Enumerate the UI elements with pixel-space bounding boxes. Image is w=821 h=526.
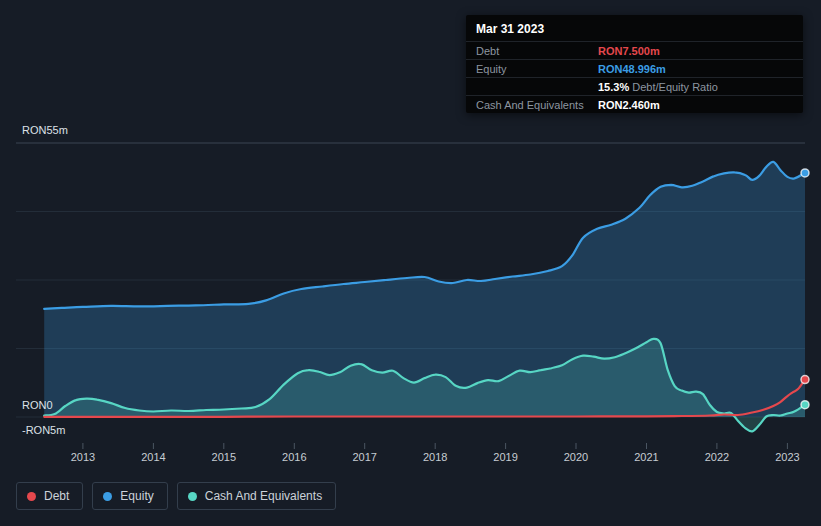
x-axis-tick-label: 2020: [564, 451, 588, 463]
equity-legend-dot-icon: [103, 492, 112, 501]
x-axis-tick-label: 2017: [352, 451, 376, 463]
tooltip-ratio-value: 15.3% Debt/Equity Ratio: [598, 81, 718, 93]
tooltip-row-ratio: 15.3% Debt/Equity Ratio: [466, 77, 803, 95]
tooltip-ratio-label: Debt/Equity Ratio: [629, 81, 718, 93]
x-axis-tick-label: 2013: [71, 451, 95, 463]
tooltip-cash-value: RON2.460m: [598, 99, 660, 111]
legend-label-equity: Equity: [120, 489, 153, 503]
cash-legend-dot-icon: [188, 492, 197, 501]
tooltip-row-debt: Debt RON7.500m: [466, 41, 803, 59]
legend: Debt Equity Cash And Equivalents: [16, 482, 336, 510]
x-axis-tick-label: 2019: [493, 451, 517, 463]
tooltip-date: Mar 31 2023: [466, 15, 803, 41]
legend-item-cash[interactable]: Cash And Equivalents: [177, 482, 336, 510]
chart-tooltip: Mar 31 2023 Debt RON7.500m Equity RON48.…: [466, 15, 803, 113]
tooltip-row-equity: Equity RON48.996m: [466, 59, 803, 77]
endpoint-equity[interactable]: [801, 169, 809, 177]
y-axis-label-zero: RON0: [22, 399, 53, 412]
y-axis-label-max: RON55m: [22, 124, 68, 137]
endpoint-cash-and-equivalents[interactable]: [801, 401, 809, 409]
legend-item-debt[interactable]: Debt: [16, 482, 83, 510]
legend-item-equity[interactable]: Equity: [92, 482, 167, 510]
tooltip-row-cash: Cash And Equivalents RON2.460m: [466, 95, 803, 113]
tooltip-ratio-percent: 15.3%: [598, 81, 629, 93]
tooltip-equity-value: RON48.996m: [598, 63, 666, 75]
x-axis-tick-label: 2014: [141, 451, 165, 463]
endpoint-debt[interactable]: [801, 376, 809, 384]
x-axis-tick-label: 2016: [282, 451, 306, 463]
x-axis-tick-label: 2022: [705, 451, 729, 463]
tooltip-debt-value: RON7.500m: [598, 45, 660, 57]
x-axis-tick-label: 2023: [775, 451, 799, 463]
legend-label-debt: Debt: [44, 489, 69, 503]
tooltip-debt-label: Debt: [476, 45, 598, 57]
tooltip-equity-label: Equity: [476, 63, 598, 75]
legend-label-cash: Cash And Equivalents: [205, 489, 322, 503]
x-axis-tick-label: 2018: [423, 451, 447, 463]
tooltip-cash-label: Cash And Equivalents: [476, 99, 598, 111]
debt-legend-dot-icon: [27, 492, 36, 501]
debt-equity-chart-panel: 2013201420152016201720182019202020212022…: [0, 0, 821, 526]
x-axis-tick-label: 2021: [634, 451, 658, 463]
y-axis-label-min: -RON5m: [22, 424, 65, 437]
x-axis-tick-label: 2015: [212, 451, 236, 463]
